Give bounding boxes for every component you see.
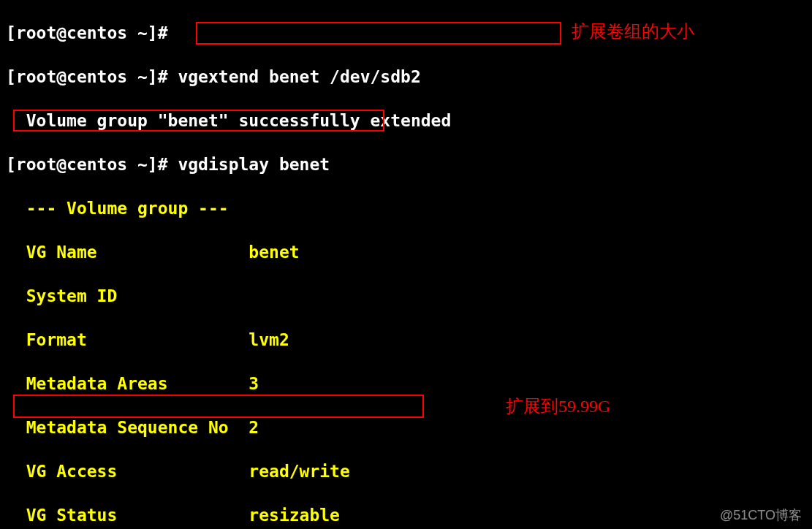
field-mdseq-k: Metadata Sequence No <box>6 418 248 437</box>
field-vgstatus-v: resizable <box>248 506 340 525</box>
prompt: [root@centos ~]# <box>6 23 178 42</box>
prompt: [root@centos ~]# <box>6 155 178 174</box>
field-mdseq-v: 2 <box>248 418 259 437</box>
highlight-box-vgsize <box>13 395 424 418</box>
highlight-box-vgname <box>13 110 384 132</box>
annotation-label-2: 扩展到59.99G <box>506 395 610 417</box>
vg-header: --- Volume group --- <box>6 199 229 218</box>
field-mdareas-k: Metadata Areas <box>6 374 248 393</box>
command-vgextend: vgextend benet /dev/sdb2 <box>178 67 420 86</box>
field-vgaccess-v: read/write <box>248 462 349 481</box>
terminal-output: [root@centos ~]# [root@centos ~]# vgexte… <box>6 0 583 529</box>
watermark: @51CTO博客 <box>720 504 802 526</box>
field-systemid-k: System ID <box>6 286 248 305</box>
field-format-k: Format <box>6 330 248 349</box>
field-mdareas-v: 3 <box>248 374 259 393</box>
field-vgaccess-k: VG Access <box>6 462 248 481</box>
field-vgname-v: benet <box>248 243 299 262</box>
command-vgdisplay: vgdisplay benet <box>178 155 330 174</box>
prompt: [root@centos ~]# <box>6 67 178 86</box>
field-vgstatus-k: VG Status <box>6 506 248 525</box>
field-format-v: lvm2 <box>248 330 289 349</box>
annotation-label-1: 扩展卷组的大小 <box>572 20 694 42</box>
field-vgname-k: VG Name <box>6 243 248 262</box>
highlight-box-command <box>196 22 561 45</box>
